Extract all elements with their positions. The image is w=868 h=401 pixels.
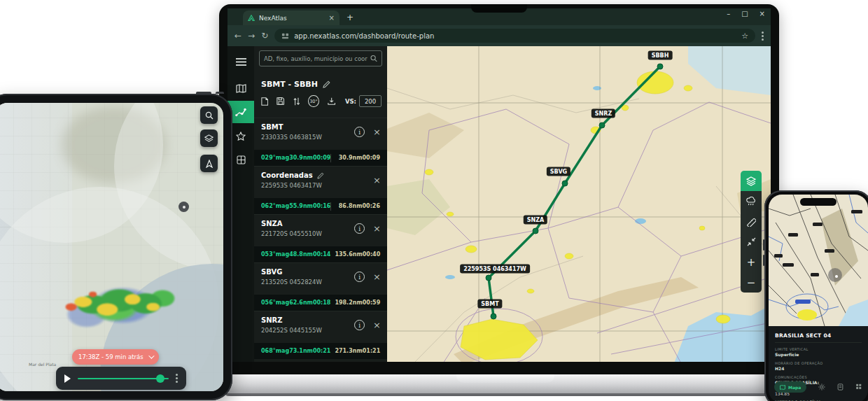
- leg-distance: 55.9nm: [289, 203, 313, 209]
- radar-playback-bar: [56, 367, 186, 390]
- nexatlas-logo-icon: [248, 15, 255, 22]
- leg-cumulative-time: 00:26: [363, 203, 380, 209]
- weather-button[interactable]: [741, 191, 762, 211]
- vertical-speed-input[interactable]: [359, 95, 382, 107]
- aeronautical-chart: [387, 46, 771, 362]
- waypoint-remove-icon[interactable]: ×: [373, 320, 381, 330]
- export-route-icon[interactable]: [328, 97, 335, 106]
- map-label-sbmt[interactable]: SBMT: [477, 300, 502, 309]
- save-route-icon[interactable]: [276, 97, 284, 106]
- zoom-in-button[interactable]: +: [741, 252, 762, 272]
- map-label-sbbh[interactable]: SBBH: [648, 51, 673, 60]
- phone-bottom-nav: Mapa: [769, 379, 868, 395]
- invert-route-icon[interactable]: [293, 97, 300, 106]
- settings-gear-icon[interactable]: [818, 384, 825, 391]
- turn-radius-icon[interactable]: 30°: [308, 95, 318, 107]
- leg-time: 00:18: [313, 300, 330, 306]
- waypoint-info-icon[interactable]: i: [354, 272, 365, 282]
- site-info-icon[interactable]: [281, 32, 289, 40]
- waypoint-row-sbmt[interactable]: SBMT 233033S 0463815W i ×: [254, 118, 387, 150]
- map-label-coordinates[interactable]: 225953S 0463417W: [460, 265, 530, 274]
- phone-notch: [800, 198, 836, 206]
- window-minimize-button[interactable]: –: [727, 10, 730, 17]
- map-place-label: Mar del Plata: [29, 362, 56, 367]
- new-route-icon[interactable]: [261, 97, 268, 106]
- forward-icon[interactable]: →: [248, 31, 255, 41]
- phone-chart-map[interactable]: [769, 195, 868, 326]
- tab-close-icon[interactable]: ×: [329, 14, 335, 22]
- tablet-layers-button[interactable]: [200, 129, 218, 147]
- playback-slider-knob[interactable]: [156, 374, 164, 383]
- weather-radar-overlay: [57, 279, 177, 330]
- leg-heading: 068°mag: [261, 348, 289, 354]
- waypoint-row-coordenadas[interactable]: Coordenadas 225953S 0463417W ×: [254, 166, 387, 198]
- leg-time: 00:16: [313, 203, 330, 209]
- window-close-button[interactable]: ×: [760, 10, 765, 17]
- map-label-snrz[interactable]: SNRZ: [592, 109, 615, 118]
- layers-button[interactable]: [741, 171, 762, 191]
- edit-route-icon[interactable]: [323, 80, 330, 88]
- leg-row: 053°mag 48.8nm 00:14 135.6nm 00:40: [254, 246, 387, 262]
- leg-cumulative-distance: 86.8nm: [335, 203, 362, 209]
- waypoint-remove-icon[interactable]: ×: [373, 175, 381, 185]
- browser-toolbar: ← → ↻ app.nexatlas.com/dashboard/route-p…: [227, 25, 771, 46]
- waypoint-info-icon[interactable]: i: [354, 223, 365, 234]
- bookmark-star-icon[interactable]: ☆: [741, 31, 748, 41]
- leg-row: 062°mag 55.9nm 00:16 86.8nm 00:26: [254, 198, 387, 214]
- browser-menu-icon[interactable]: [762, 31, 764, 41]
- address-bar[interactable]: app.nexatlas.com/dashboard/route-plan ☆: [274, 29, 755, 43]
- leg-row: 068°mag 73.1nm 00:21 271.3nm 01:21: [254, 343, 387, 359]
- leg-cumulative-distance: 135.6nm: [335, 251, 362, 258]
- browser-tab[interactable]: NexAtlas ×: [243, 10, 340, 25]
- documents-icon[interactable]: [837, 384, 844, 391]
- leg-distance: 73.1nm: [289, 348, 313, 354]
- hours-value: H24: [775, 366, 862, 371]
- zoom-out-button[interactable]: −: [741, 272, 762, 293]
- collapse-button[interactable]: [741, 232, 762, 252]
- menu-hamburger-icon[interactable]: [227, 50, 254, 73]
- leg-time: 00:14: [313, 251, 330, 258]
- waypoint-info-icon[interactable]: i: [354, 127, 365, 137]
- search-input[interactable]: [264, 55, 368, 62]
- waypoint-search[interactable]: [259, 50, 382, 66]
- waypoint-remove-icon[interactable]: ×: [373, 272, 381, 282]
- edit-waypoint-icon[interactable]: [317, 172, 324, 179]
- phone-device: BRASILIA SECT 04 LIMITE VERTICAL Superfí…: [764, 190, 868, 401]
- waypoint-remove-icon[interactable]: ×: [373, 127, 381, 137]
- ruler-button[interactable]: [741, 211, 762, 232]
- nav-map-button[interactable]: Mapa: [774, 381, 806, 393]
- vs-label: VS:: [345, 98, 356, 105]
- waypoint-info-icon[interactable]: i: [354, 320, 365, 330]
- leg-distance: 62.6nm: [289, 300, 313, 306]
- window-maximize-button[interactable]: □: [741, 10, 748, 17]
- waypoint-row-snrz[interactable]: SNRZ 204252S 0445155W i ×: [254, 311, 387, 343]
- route-map[interactable]: SBBH SNRZ SBVG SNZA 225953S 0463417W SBM…: [387, 46, 771, 362]
- leg-cumulative-distance: 30.9nm: [335, 155, 362, 161]
- leg-time: 00:09: [313, 155, 330, 161]
- play-icon[interactable]: [64, 374, 71, 383]
- tablet-power-button: [216, 92, 224, 94]
- new-tab-button[interactable]: +: [346, 13, 354, 22]
- more-icon[interactable]: [855, 384, 862, 391]
- vertical-limit-label: LIMITE VERTICAL: [775, 347, 862, 351]
- map-label-snza[interactable]: SNZA: [524, 216, 547, 225]
- playback-slider[interactable]: [78, 378, 169, 379]
- waypoint-row-sbvg[interactable]: SBVG 213520S 0452824W i ×: [254, 262, 387, 295]
- waypoint-row-snza[interactable]: SNZA 221720S 0455510W i ×: [254, 214, 387, 246]
- playback-menu-icon[interactable]: [176, 374, 178, 383]
- reload-icon[interactable]: ↻: [261, 31, 268, 41]
- waypoint-remove-icon[interactable]: ×: [373, 223, 381, 234]
- leg-cumulative-distance: 271.3nm: [335, 348, 362, 354]
- route-title: SBMT - SBBH: [261, 80, 318, 89]
- tablet-locate-button[interactable]: [200, 155, 218, 172]
- radar-time-badge[interactable]: 17:38Z - 59 min atrás: [72, 349, 159, 365]
- back-icon[interactable]: ←: [234, 31, 241, 41]
- map-label-sbvg[interactable]: SBVG: [547, 167, 570, 176]
- radar-site-marker[interactable]: [178, 202, 189, 212]
- leg-cumulative-time: 00:40: [363, 251, 380, 258]
- leg-cumulative-time: 01:21: [363, 348, 380, 354]
- nexatlas-app: SBMT - SBBH 30° VS:: [227, 46, 771, 362]
- leg-divider: [330, 202, 331, 211]
- tablet-search-button[interactable]: [200, 106, 218, 124]
- map-toolbar: + −: [741, 171, 762, 293]
